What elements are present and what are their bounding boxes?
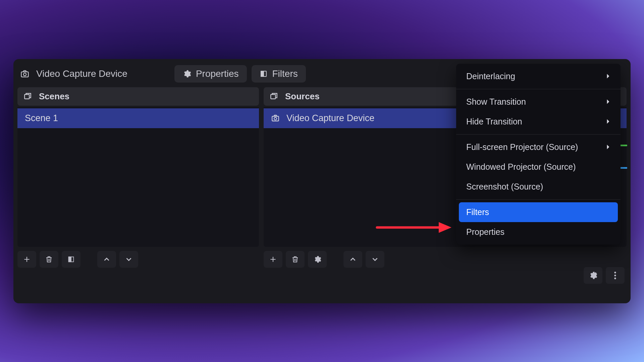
svg-rect-3 (261, 71, 264, 76)
menu-separator (456, 134, 621, 135)
menu-properties[interactable]: Properties (456, 222, 621, 242)
filters-label: Filters (272, 68, 298, 79)
remove-scene-button[interactable] (40, 251, 58, 268)
move-source-up-button[interactable] (343, 251, 362, 268)
more-options-button[interactable] (606, 267, 625, 284)
menu-filters[interactable]: Filters (459, 202, 618, 222)
svg-point-13 (614, 271, 616, 273)
menu-item-label: Full-screen Projector (Source) (466, 142, 578, 152)
menu-separator (456, 89, 621, 89)
svg-rect-4 (24, 95, 29, 99)
menu-item-label: Hide Transition (466, 117, 522, 126)
gear-icon (182, 69, 191, 78)
scene-item[interactable]: Scene 1 (17, 108, 259, 128)
menu-item-label: Windowed Projector (Source) (466, 162, 576, 172)
add-source-button[interactable] (264, 251, 282, 268)
scene-filters-button[interactable] (62, 251, 80, 268)
scenes-title: Scenes (39, 91, 69, 102)
chevron-right-icon (606, 73, 610, 79)
add-scene-button[interactable] (17, 251, 36, 268)
scenes-icon (23, 92, 32, 101)
source-context-menu: Deinterlacing Show Transition Hide Trans… (456, 64, 621, 245)
menu-deinterlacing[interactable]: Deinterlacing (456, 66, 621, 86)
move-scene-down-button[interactable] (119, 251, 138, 268)
menu-item-label: Screenshot (Source) (466, 182, 543, 192)
scene-item-label: Scene 1 (25, 113, 58, 123)
source-item-label: Video Capture Device (286, 113, 374, 123)
source-properties-button[interactable] (308, 251, 327, 268)
obs-window: Video Capture Device Properties Filters (13, 59, 631, 303)
menu-fullscreen-projector[interactable]: Full-screen Projector (Source) (456, 137, 621, 157)
menu-screenshot[interactable]: Screenshot (Source) (456, 177, 621, 197)
properties-button[interactable]: Properties (174, 65, 247, 83)
menu-item-label: Deinterlacing (466, 71, 515, 81)
svg-rect-7 (271, 95, 275, 99)
menu-item-label: Filters (466, 207, 489, 217)
properties-label: Properties (196, 68, 239, 79)
move-source-down-button[interactable] (366, 251, 384, 268)
right-corner-toolbar (584, 267, 625, 284)
scenes-toolbar (17, 247, 259, 268)
svg-rect-0 (21, 72, 29, 77)
menu-show-transition[interactable]: Show Transition (456, 92, 621, 112)
scenes-header[interactable]: Scenes (17, 87, 259, 106)
camera-icon (20, 69, 30, 79)
remove-source-button[interactable] (286, 251, 305, 268)
filters-button[interactable]: Filters (252, 65, 306, 83)
camera-icon (271, 114, 280, 122)
chevron-right-icon (606, 99, 610, 105)
current-source-chip: Video Capture Device (19, 66, 128, 81)
svg-rect-8 (272, 116, 279, 121)
chevron-right-icon (606, 144, 610, 150)
svg-point-12 (595, 272, 596, 274)
menu-separator (456, 199, 621, 200)
sources-icon (270, 92, 278, 101)
advanced-audio-settings-button[interactable] (584, 267, 602, 284)
svg-point-1 (23, 73, 26, 75)
menu-item-label: Show Transition (466, 97, 526, 107)
svg-point-14 (614, 274, 616, 276)
svg-point-9 (274, 117, 277, 120)
chevron-right-icon (606, 118, 610, 124)
svg-rect-6 (69, 257, 71, 262)
menu-item-label: Properties (466, 227, 504, 237)
scenes-panel: Scenes Scene 1 (17, 87, 259, 268)
current-source-name: Video Capture Device (36, 68, 127, 79)
menu-windowed-projector[interactable]: Windowed Projector (Source) (456, 157, 621, 177)
filters-icon (260, 70, 268, 78)
sources-title: Sources (285, 91, 320, 102)
svg-point-15 (614, 277, 616, 279)
scenes-list: Scene 1 (17, 107, 259, 247)
menu-hide-transition[interactable]: Hide Transition (456, 112, 621, 132)
sources-toolbar (264, 247, 627, 268)
move-scene-up-button[interactable] (97, 251, 116, 268)
